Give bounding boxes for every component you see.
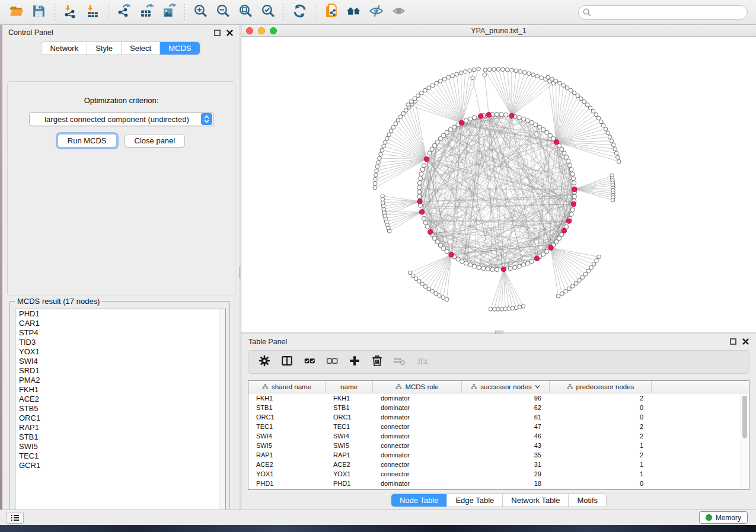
- mcds-result-item[interactable]: STB1: [15, 432, 225, 442]
- mcds-result-item[interactable]: PHD1: [15, 309, 225, 319]
- table-cell: 35: [462, 451, 550, 459]
- network-canvas[interactable]: [241, 37, 756, 332]
- mcds-node: [534, 256, 539, 261]
- table-row[interactable]: SWI5SWI5connector431: [248, 441, 749, 450]
- mcds-result-list[interactable]: PHD1CAR1STP4TID3YOX1SWI4SRD1PMA2FKH1ACE2…: [15, 309, 226, 519]
- mcds-result-item[interactable]: SRD1: [15, 366, 225, 376]
- hide-annotations-button[interactable]: [365, 2, 387, 23]
- home-button[interactable]: [342, 2, 365, 23]
- mcds-node: [554, 140, 559, 145]
- close-panel-icon[interactable]: [227, 30, 233, 36]
- mcds-result-item[interactable]: TID3: [15, 338, 225, 347]
- table-row[interactable]: STB1STB1dominator620: [248, 403, 749, 412]
- column-header-name[interactable]: name: [326, 381, 373, 393]
- criterion-dropdown-value: largest connected component (undirected): [30, 115, 201, 124]
- delete-column-button[interactable]: [367, 352, 387, 371]
- export-table-icon: [139, 4, 154, 21]
- mcds-node: [479, 114, 483, 118]
- save-session-button[interactable]: [27, 2, 50, 23]
- table-cell: SWI5: [248, 442, 326, 449]
- tab-edge-table[interactable]: Edge Table: [447, 494, 503, 507]
- task-history-button[interactable]: [6, 512, 24, 524]
- column-settings-button[interactable]: [254, 352, 275, 371]
- export-network-icon: [117, 4, 132, 21]
- column-header-predecessor-nodes[interactable]: predecessor nodes: [550, 381, 652, 393]
- create-column-button[interactable]: [344, 352, 365, 371]
- float-table-panel-icon[interactable]: [730, 338, 736, 345]
- tab-network-table[interactable]: Network Table: [503, 494, 569, 507]
- table-row[interactable]: TEC1TEC1connector472: [248, 422, 749, 431]
- zoom-out-button[interactable]: [212, 2, 234, 23]
- table-row[interactable]: PHD1PHD1dominator180: [248, 479, 749, 488]
- column-header-label: predecessor nodes: [576, 383, 634, 390]
- tab-mcds[interactable]: MCDS: [160, 42, 199, 55]
- column-header-successor-nodes[interactable]: successor nodes: [462, 381, 550, 393]
- export-table-button[interactable]: [135, 2, 158, 23]
- column-header-shared-name[interactable]: shared name: [248, 381, 326, 393]
- import-network-button[interactable]: [59, 2, 81, 23]
- mcds-list-scrollbar[interactable]: [219, 309, 225, 518]
- toolbar-separator: [108, 4, 109, 21]
- table-row[interactable]: YOX1YOX1connector291: [248, 469, 749, 479]
- show-annotations-button: [387, 2, 410, 23]
- table-row[interactable]: ACE2ACE2connector311: [248, 460, 749, 469]
- search-input[interactable]: [578, 5, 748, 20]
- export-network-button[interactable]: [113, 2, 135, 23]
- export-image-button[interactable]: [158, 2, 180, 23]
- zoom-selected-button[interactable]: [257, 2, 279, 23]
- open-file-button[interactable]: [5, 2, 27, 23]
- network-window-titlebar: YPA_prune.txt_1: [241, 25, 756, 37]
- table-row[interactable]: FKH1FKH1dominator962: [248, 393, 749, 403]
- mcds-result-item[interactable]: YOX1: [15, 347, 225, 357]
- table-scrollbar[interactable]: [741, 394, 748, 489]
- table-cell: TEC1: [248, 423, 326, 430]
- close-table-panel-icon[interactable]: [742, 338, 749, 345]
- status-bar: Memory: [0, 509, 756, 525]
- export-image-icon: [162, 4, 177, 21]
- mcds-result-item[interactable]: STP4: [15, 328, 225, 338]
- tab-select[interactable]: Select: [122, 42, 160, 55]
- table-row[interactable]: SWI4SWI4dominator462: [248, 431, 749, 441]
- mcds-result-item[interactable]: RAP1: [15, 423, 225, 432]
- close-panel-button[interactable]: Close panel: [125, 134, 186, 148]
- memory-status-icon: [706, 514, 712, 521]
- table-cell: 29: [462, 470, 550, 477]
- apply-layout-button[interactable]: [288, 2, 311, 23]
- run-mcds-button[interactable]: Run MCDS: [58, 134, 117, 148]
- memory-button[interactable]: Memory: [699, 511, 748, 524]
- tab-style[interactable]: Style: [87, 42, 122, 55]
- mcds-result-item[interactable]: ACE2: [15, 395, 225, 404]
- criterion-dropdown[interactable]: largest connected component (undirected): [29, 112, 214, 126]
- mcds-node: [417, 199, 422, 204]
- mcds-result-item[interactable]: GCR1: [15, 461, 225, 470]
- table-cell: 2: [550, 432, 652, 440]
- network-document-button[interactable]: [320, 2, 342, 23]
- memory-label: Memory: [716, 514, 741, 522]
- toolbar-separator: [315, 4, 315, 21]
- deselect-all-rows-button[interactable]: [322, 352, 342, 371]
- mcds-result-item[interactable]: PMA2: [15, 376, 225, 385]
- table-row[interactable]: ORC1ORC1dominator610: [248, 412, 749, 422]
- zoom-in-button[interactable]: [189, 2, 212, 23]
- mcds-result-item[interactable]: TEC1: [15, 451, 225, 461]
- toggle-column-display-button[interactable]: [277, 352, 297, 371]
- zoom-fit-button[interactable]: [234, 2, 257, 23]
- tab-node-table[interactable]: Node Table: [391, 494, 448, 507]
- table-scrollbar-thumb[interactable]: [742, 396, 747, 438]
- table-delete-icon: [393, 354, 406, 370]
- select-all-rows-button[interactable]: [299, 352, 320, 371]
- sort-indicator-icon: [535, 383, 540, 390]
- mcds-result-item[interactable]: SWI4: [15, 357, 225, 366]
- tab-motifs[interactable]: Motifs: [569, 494, 606, 507]
- mcds-result-item[interactable]: CAR1: [15, 319, 225, 328]
- tab-network[interactable]: Network: [42, 42, 87, 55]
- mcds-result-item[interactable]: ORC1: [15, 414, 225, 423]
- float-panel-icon[interactable]: [214, 30, 221, 36]
- table-row[interactable]: RAP1RAP1dominator352: [248, 450, 749, 460]
- table-cell: 1: [550, 442, 652, 449]
- mcds-result-item[interactable]: SWI5: [15, 442, 225, 451]
- import-table-button[interactable]: [81, 2, 104, 23]
- mcds-result-item[interactable]: STB5: [15, 404, 225, 414]
- mcds-result-item[interactable]: FKH1: [15, 385, 225, 395]
- column-header-MCDS-role[interactable]: MCDS role: [373, 381, 462, 393]
